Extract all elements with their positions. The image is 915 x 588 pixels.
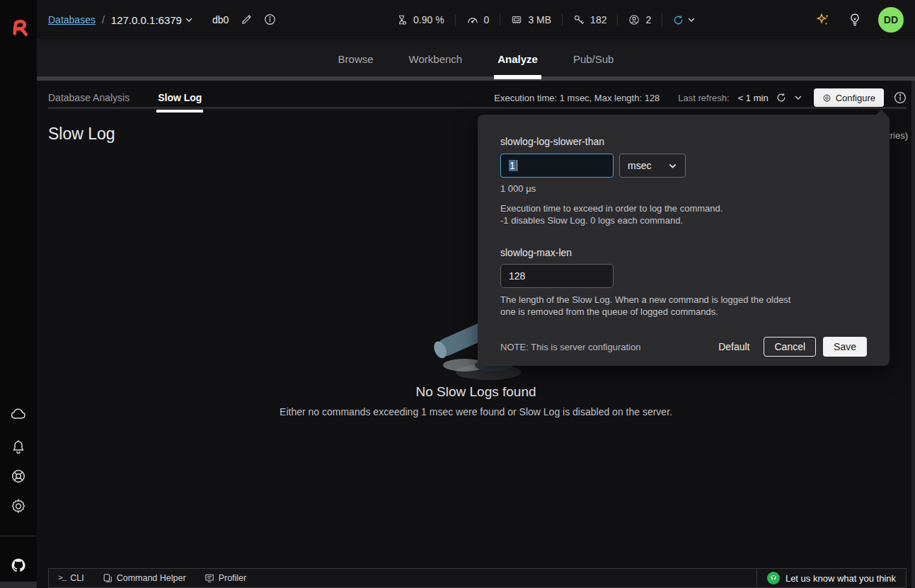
settings-gear-icon[interactable] <box>10 497 27 514</box>
max-len-label: slowlog-max-len <box>500 247 867 258</box>
help-lifebuoy-icon[interactable] <box>10 468 27 485</box>
last-refresh-value: < 1 min <box>738 93 769 103</box>
database-host-dropdown[interactable]: 127.0.0.1:6379 <box>111 14 193 26</box>
refresh-icon[interactable] <box>776 92 787 103</box>
unit-select[interactable]: msec <box>619 154 686 178</box>
stat-commands-value: 0 <box>484 14 490 25</box>
max-len-help-text: The length of the Slow Log. When a new c… <box>500 294 867 318</box>
stat-commands: 0 <box>455 14 500 26</box>
slower-than-input-value: 1 <box>509 160 516 171</box>
save-button[interactable]: Save <box>823 337 867 357</box>
subnav-row: Database Analysis Slow Log Execution tim… <box>48 86 907 109</box>
cli-toggle[interactable]: >_ CLI <box>58 573 84 583</box>
notifications-bell-icon[interactable] <box>10 439 27 456</box>
tab-workbench[interactable]: Workbench <box>408 43 464 75</box>
slower-than-help-text: Execution time to exceed in order to log… <box>500 202 867 226</box>
command-helper-toggle[interactable]: Command Helper <box>103 573 186 583</box>
cloud-icon[interactable] <box>10 406 27 423</box>
tab-analyze[interactable]: Analyze <box>496 43 539 75</box>
converted-value-text: 1 000 µs <box>500 183 867 194</box>
stat-memory: 3 MB <box>500 14 562 25</box>
slowlog-config-popover: slowlog-log-slower-than 1 msec 1 000 µs … <box>478 115 890 366</box>
copilot-sparkles-icon[interactable] <box>815 11 831 28</box>
redis-logo-icon[interactable] <box>9 17 28 38</box>
slower-than-label: slowlog-log-slower-than <box>500 136 867 147</box>
default-button[interactable]: Default <box>718 341 749 352</box>
empty-state-title: No Slow Logs found <box>37 384 915 400</box>
profiler-toggle[interactable]: Profiler <box>205 573 247 583</box>
chevron-down-icon[interactable] <box>794 93 802 102</box>
chevron-down-icon <box>687 16 696 24</box>
slowlog-toolbar: Execution time: 1 msec, Max length: 128 … <box>494 88 907 107</box>
breadcrumb-separator: / <box>102 14 105 25</box>
last-refresh-label: Last refresh: <box>678 93 729 103</box>
page-title: Slow Log <box>48 125 115 144</box>
user-avatar[interactable]: DD <box>878 7 904 33</box>
tab-pubsub[interactable]: Pub/Sub <box>572 43 616 75</box>
sidebar-divider <box>0 536 37 536</box>
feedback-github-icon <box>767 572 780 584</box>
breadcrumb-databases-link[interactable]: Databases <box>48 14 96 25</box>
configure-button[interactable]: Configure <box>814 88 884 107</box>
chevron-down-icon <box>668 161 677 171</box>
feedback-label: Let us know what you think <box>785 573 896 584</box>
gauge-icon <box>466 14 478 26</box>
feedback-link[interactable]: Let us know what you think <box>756 569 906 587</box>
subtab-slow-log[interactable]: Slow Log <box>158 88 202 108</box>
cancel-button[interactable]: Cancel <box>764 337 816 357</box>
vertical-scrollbar[interactable] <box>911 76 915 588</box>
execution-info-text: Execution time: 1 msec, Max length: 128 <box>494 93 660 103</box>
empty-state-description: Either no commands exceeding 1 msec were… <box>37 406 915 417</box>
command-helper-label: Command Helper <box>117 573 186 583</box>
sidebar <box>0 0 37 588</box>
unit-select-value: msec <box>628 160 651 171</box>
stat-cpu-value: 0.90 % <box>413 14 444 25</box>
slower-than-input[interactable]: 1 <box>500 154 614 178</box>
stat-keys-value: 182 <box>590 14 606 25</box>
tab-browse[interactable]: Browse <box>337 43 375 75</box>
configure-button-label: Configure <box>836 93 875 103</box>
db-info-icon[interactable] <box>264 13 277 26</box>
terminal-icon: >_ <box>58 574 66 582</box>
max-len-input[interactable] <box>500 264 614 288</box>
hourglass-icon <box>396 14 408 25</box>
user-circle-icon <box>628 14 640 25</box>
bottom-bar: >_ CLI Command Helper Profiler Let us kn… <box>48 568 907 588</box>
copy-docs-icon <box>103 573 113 583</box>
insights-lightbulb-icon[interactable] <box>847 12 863 28</box>
profiler-label: Profiler <box>219 573 247 583</box>
header-refresh-control[interactable] <box>662 14 706 26</box>
tabbar-underline-track <box>37 76 915 81</box>
edit-pencil-icon[interactable] <box>241 13 253 26</box>
db-index-selector[interactable]: db0 <box>212 14 229 25</box>
slowlog-info-icon[interactable] <box>894 91 907 104</box>
key-icon <box>573 14 585 25</box>
gear-icon <box>822 93 831 103</box>
refresh-icon <box>672 14 684 26</box>
header-right-controls: DD <box>815 7 904 33</box>
chevron-down-icon <box>185 16 193 24</box>
main-nav-tabs: Browse Workbench Analyze Pub/Sub <box>37 41 915 76</box>
app-header: Databases / 127.0.0.1:6379 db0 0.90 % 0 <box>37 0 915 40</box>
database-stats: 0.90 % 0 3 MB 182 2 <box>386 14 706 26</box>
text-cursor <box>517 160 517 171</box>
stat-memory-value: 3 MB <box>528 14 551 25</box>
log-list-icon <box>205 573 214 583</box>
stat-keys: 182 <box>562 14 617 25</box>
subtab-database-analysis[interactable]: Database Analysis <box>48 88 130 108</box>
cli-label: CLI <box>70 573 84 583</box>
memory-chip-icon <box>511 14 522 25</box>
stat-clients-value: 2 <box>645 14 651 25</box>
sidebar-bottom-strip <box>0 582 37 588</box>
breadcrumb: Databases / 127.0.0.1:6379 db0 <box>48 13 277 26</box>
server-config-note: NOTE: This is server configuration <box>500 342 640 352</box>
stat-clients: 2 <box>617 14 662 25</box>
stat-cpu: 0.90 % <box>386 14 455 25</box>
github-icon[interactable] <box>10 557 27 574</box>
